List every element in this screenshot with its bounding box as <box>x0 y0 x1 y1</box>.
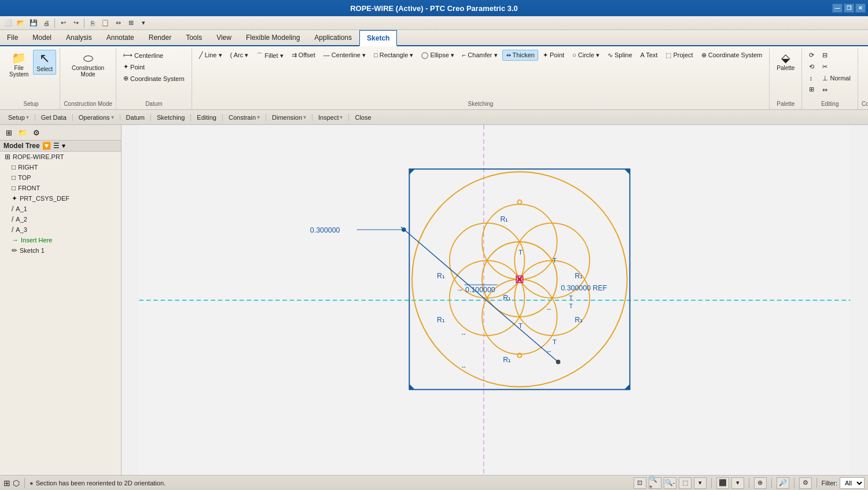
copy-button[interactable]: ⎘ <box>87 17 98 29</box>
tree-item-csys[interactable]: ✦ PRT_CSYS_DEF <box>0 193 121 204</box>
tree-item-front[interactable]: □ FRONT <box>0 183 121 193</box>
zoom-fit-btn[interactable]: ⊡ <box>634 477 646 489</box>
open-button[interactable]: 📂 <box>15 17 27 29</box>
status-icon2[interactable]: ⬡ <box>13 478 20 488</box>
menu-file[interactable]: File <box>0 30 25 45</box>
text-button[interactable]: A Text <box>637 50 661 60</box>
editing-label: Editing <box>821 101 839 108</box>
menu-annotate[interactable]: Annotate <box>100 30 142 45</box>
sidebar-view-btn2[interactable]: 📁 <box>16 126 29 139</box>
tree-item-insert[interactable]: → Insert Here <box>0 235 121 245</box>
file-system-button[interactable]: 📁 FileSystem <box>6 50 32 80</box>
setup-tb-btn[interactable]: Setup ▾ <box>5 114 32 121</box>
palette-button[interactable]: ⬙ Palette <box>773 50 798 73</box>
offset-button[interactable]: ⇉ Offset <box>288 50 319 61</box>
edit-btn3[interactable]: ↕ <box>806 73 818 83</box>
centerline-button[interactable]: ⟼ Centerline <box>120 50 188 61</box>
editing-tb-btn[interactable]: Editing <box>193 114 220 121</box>
redo-button[interactable]: ↪ <box>70 17 82 29</box>
sketching-tb-btn[interactable]: Sketching <box>153 114 188 121</box>
line-button[interactable]: ╱ Line ▾ <box>196 50 226 61</box>
layer-btn[interactable]: ⚙ <box>799 477 812 489</box>
close-tb-btn[interactable]: Close <box>351 114 374 121</box>
coordinate-system-button[interactable]: ⊕ Coordinate System <box>120 73 188 84</box>
tree-item-rope-wire[interactable]: ⊞ ROPE-WIRE.PRT <box>0 152 121 162</box>
chamfer-button[interactable]: ⌐ Chamfer ▾ <box>459 50 501 61</box>
normal-button[interactable]: ⊥ Normal <box>819 73 854 84</box>
tree-label-a3: A_3 <box>16 226 27 233</box>
datum-items: ⟼ Centerline ✦ Point ⊕ Coordinate System <box>120 50 188 101</box>
coord2-button[interactable]: ⊕ Coordinate System <box>698 50 766 61</box>
dimension-tb-btn[interactable]: Dimension ▾ <box>269 114 310 121</box>
quick-access-toolbar: ⬜ 📂 💾 🖨 ↩ ↪ ⎘ 📋 ⇔ ⊞ ▾ <box>0 16 868 30</box>
close-button[interactable]: ✕ <box>855 3 866 13</box>
canvas-area[interactable]: 0.300000 → 0.100000 R₁ R₁ R₁ R₁ R₁ R₁ R₁… <box>122 125 868 475</box>
menu-view[interactable]: View <box>209 30 239 45</box>
print-button[interactable]: 🖨 <box>41 17 52 29</box>
operations-group: Operations ▾ <box>73 114 120 121</box>
sidebar-view-btn1[interactable]: ⊞ <box>2 126 15 139</box>
tree-item-sketch1[interactable]: ✏ Sketch 1 <box>0 245 121 256</box>
undo-button[interactable]: ↩ <box>57 17 69 29</box>
ellipse-button[interactable]: ◯ Ellipse ▾ <box>418 50 458 61</box>
menu-analysis[interactable]: Analysis <box>59 30 100 45</box>
circle-button[interactable]: ○ Circle ▾ <box>569 50 603 61</box>
tree-item-right[interactable]: □ RIGHT <box>0 162 121 172</box>
datum-tb-btn[interactable]: Datum <box>123 114 148 121</box>
filter-dropdown[interactable]: All <box>840 477 865 489</box>
edit-btn6[interactable]: ✂ <box>819 61 854 72</box>
menu-render[interactable]: Render <box>142 30 179 45</box>
paste-button[interactable]: 📋 <box>100 17 111 29</box>
display-btn3[interactable]: ▾ <box>731 477 744 489</box>
select-button[interactable]: ↖ Select <box>33 50 56 75</box>
mirror-button[interactable]: ⇔ <box>112 17 124 29</box>
edit-btn5[interactable]: ⊟ <box>819 50 854 61</box>
point2-button[interactable]: ✦ Point <box>539 50 568 61</box>
operations-tb-btn[interactable]: Operations ▾ <box>75 114 117 121</box>
menu-sketch[interactable]: Sketch <box>359 30 397 46</box>
menu-tools[interactable]: Tools <box>179 30 209 45</box>
tree-item-a3[interactable]: / A_3 <box>0 224 121 235</box>
arc-button[interactable]: ( Arc ▾ <box>227 50 252 61</box>
view3d-btn[interactable]: ⬚ <box>679 477 692 489</box>
pattern-button[interactable]: ⊞ <box>125 17 137 29</box>
menu-applications[interactable]: Applications <box>307 30 359 45</box>
rectangle-button[interactable]: □ Rectangle ▾ <box>370 50 417 61</box>
centerline2-button[interactable]: — Centerline ▾ <box>320 50 369 61</box>
menu-model[interactable]: Model <box>25 30 59 45</box>
constrain-tb-btn[interactable]: Constrain ▾ <box>225 114 263 121</box>
construction-mode-button[interactable]: ⬭ ConstructionMode <box>68 50 108 80</box>
tree-filter-icon[interactable]: 🔽 <box>42 142 51 150</box>
display-btn1[interactable]: ▾ <box>694 477 707 489</box>
zoom-out-btn[interactable]: 🔍- <box>664 477 676 489</box>
edit-btn7[interactable]: ⇔ <box>819 84 854 95</box>
getdata-tb-btn[interactable]: Get Data <box>38 114 70 121</box>
sidebar-view-btn3[interactable]: ⚙ <box>30 126 43 139</box>
new-button[interactable]: ⬜ <box>2 17 14 29</box>
insert-here-icon: → <box>12 236 19 244</box>
display-btn5[interactable]: 🔎 <box>777 477 789 489</box>
tree-item-a1[interactable]: / A_1 <box>0 204 121 214</box>
zoom-in-btn[interactable]: 🔍+ <box>649 477 661 489</box>
menu-flexible-modeling[interactable]: Flexible Modeling <box>239 30 307 45</box>
minimize-button[interactable]: — <box>832 3 843 13</box>
thicken-button[interactable]: ⇸ Thicken <box>502 50 538 61</box>
save-button[interactable]: 💾 <box>28 17 39 29</box>
tree-display-icon[interactable]: ☰ <box>53 142 60 150</box>
edit-btn4[interactable]: ⊞ <box>806 84 818 95</box>
status-icon1[interactable]: ⊞ <box>3 478 10 488</box>
restore-button[interactable]: ❐ <box>844 3 854 13</box>
display-btn4[interactable]: ⊕ <box>754 477 767 489</box>
inspect-tb-btn[interactable]: Inspect ▾ <box>315 114 346 121</box>
spline-button[interactable]: ∿ Spline <box>604 50 636 61</box>
tree-more-icon[interactable]: ▾ <box>62 142 65 150</box>
tree-item-top[interactable]: □ TOP <box>0 172 121 183</box>
fillet-button[interactable]: ⌒ Fillet ▾ <box>253 50 286 62</box>
point-button[interactable]: ✦ Point <box>120 61 188 72</box>
more-button[interactable]: ▾ <box>138 17 149 29</box>
edit-btn2[interactable]: ⟲ <box>806 61 818 72</box>
tree-item-a2[interactable]: / A_2 <box>0 214 121 224</box>
display-btn2[interactable]: ⬛ <box>716 477 729 489</box>
edit-btn1[interactable]: ⟳ <box>806 50 818 61</box>
project-button[interactable]: ⬚ Project <box>662 50 696 61</box>
